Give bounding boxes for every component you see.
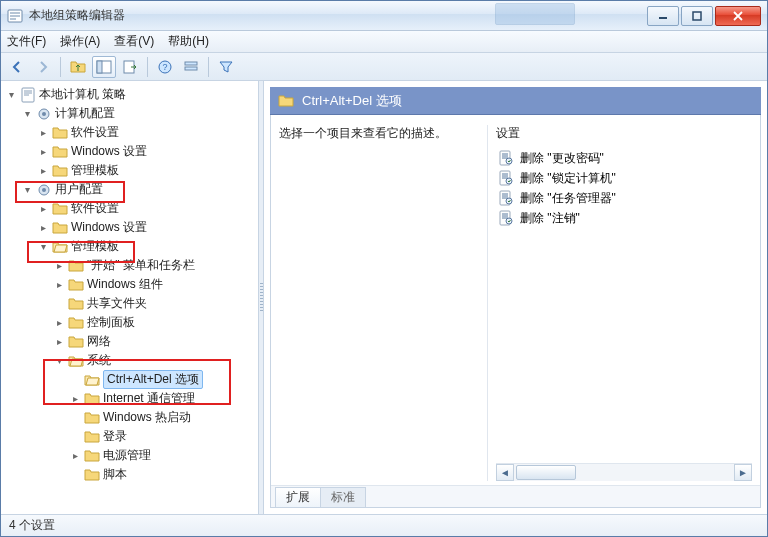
maximize-button[interactable] <box>681 6 713 26</box>
tree-item[interactable]: ▸网络 <box>53 332 258 351</box>
folder-icon <box>84 391 100 407</box>
twisty-open-icon[interactable]: ▾ <box>37 241 49 253</box>
tree-item[interactable]: ▸软件设置 <box>37 199 258 218</box>
toolbar-separator <box>60 57 61 77</box>
twisty-closed-icon[interactable]: ▸ <box>37 203 49 215</box>
policy-item[interactable]: 删除 "更改密码" <box>496 148 752 168</box>
tree-item[interactable]: ▸Windows 热启动 <box>69 408 258 427</box>
twisty-closed-icon[interactable]: ▸ <box>37 222 49 234</box>
policy-item[interactable]: 删除 "锁定计算机" <box>496 168 752 188</box>
policy-item-label: 删除 "更改密码" <box>520 150 604 167</box>
twisty-open-icon[interactable]: ▾ <box>5 89 17 101</box>
app-icon <box>7 8 23 24</box>
twisty-closed-icon[interactable]: ▸ <box>53 279 65 291</box>
up-button[interactable] <box>66 56 90 78</box>
folder-open-icon <box>52 239 68 255</box>
tree-user-config[interactable]: ▾ 用户配置 <box>21 180 258 199</box>
twisty-closed-icon[interactable]: ▸ <box>37 165 49 177</box>
settings-header: 设置 <box>496 125 752 142</box>
folder-icon <box>68 315 84 331</box>
export-button[interactable] <box>118 56 142 78</box>
tree-computer-config[interactable]: ▾ 计算机配置 <box>21 104 258 123</box>
tree-item[interactable]: ▸管理模板 <box>37 161 258 180</box>
svg-rect-12 <box>185 62 197 65</box>
help-button[interactable]: ? <box>153 56 177 78</box>
node-label: 脚本 <box>103 466 127 483</box>
toolbar-separator <box>147 57 148 77</box>
twisty-closed-icon[interactable]: ▸ <box>69 450 81 462</box>
ghost-shadow <box>495 3 575 25</box>
close-button[interactable] <box>715 6 761 26</box>
tree-item[interactable]: ▸Windows 组件 <box>53 275 258 294</box>
tree-ctrl-alt-del[interactable]: ▸Ctrl+Alt+Del 选项 <box>69 370 258 389</box>
tree-item[interactable]: ▸软件设置 <box>37 123 258 142</box>
policy-list[interactable]: 删除 "更改密码" 删除 "锁定计算机" 删除 "任务管理器" 删除 "注销" <box>496 148 752 463</box>
description-column: 选择一个项目来查看它的描述。 <box>279 125 479 481</box>
node-label: 软件设置 <box>71 124 119 141</box>
policy-item[interactable]: 删除 "任务管理器" <box>496 188 752 208</box>
tab-standard[interactable]: 标准 <box>320 487 366 507</box>
twisty-closed-icon[interactable]: ▸ <box>53 260 65 272</box>
menubar: 文件(F) 操作(A) 查看(V) 帮助(H) <box>1 31 767 53</box>
tree-admin-templates[interactable]: ▾ 管理模板 <box>37 237 258 256</box>
tab-extended[interactable]: 扩展 <box>275 487 321 507</box>
tree-item[interactable]: ▸Internet 通信管理 <box>69 389 258 408</box>
menu-help[interactable]: 帮助(H) <box>168 33 209 50</box>
twisty-closed-icon[interactable]: ▸ <box>69 393 81 405</box>
twisty-closed-icon[interactable]: ▸ <box>53 336 65 348</box>
gear-icon <box>36 182 52 198</box>
node-label: 登录 <box>103 428 127 445</box>
svg-text:?: ? <box>162 62 167 72</box>
status-text: 4 个设置 <box>9 517 55 534</box>
content-columns: 选择一个项目来查看它的描述。 设置 删除 "更改密码" 删除 "锁定计算机" 删… <box>271 115 760 485</box>
svg-rect-13 <box>185 67 197 70</box>
window-buttons <box>645 6 761 26</box>
scroll-right-button[interactable]: ► <box>734 464 752 481</box>
policy-icon <box>498 210 514 226</box>
tree-system[interactable]: ▾ 系统 <box>53 351 258 370</box>
folder-icon <box>84 410 100 426</box>
tree-item[interactable]: ▸共享文件夹 <box>53 294 258 313</box>
toolbar-separator <box>208 57 209 77</box>
content-header: Ctrl+Alt+Del 选项 <box>270 87 761 115</box>
twisty-closed-icon[interactable]: ▸ <box>37 127 49 139</box>
folder-open-icon <box>68 353 84 369</box>
filter-options-button[interactable] <box>179 56 203 78</box>
minimize-button[interactable] <box>647 6 679 26</box>
show-hide-tree-button[interactable] <box>92 56 116 78</box>
tree-item[interactable]: ▸脚本 <box>69 465 258 484</box>
scroll-left-button[interactable]: ◄ <box>496 464 514 481</box>
twisty-open-icon[interactable]: ▾ <box>21 108 33 120</box>
titlebar: 本地组策略编辑器 <box>1 1 767 31</box>
tree-item[interactable]: ▸电源管理 <box>69 446 258 465</box>
menu-action[interactable]: 操作(A) <box>60 33 100 50</box>
back-button[interactable] <box>5 56 29 78</box>
tree-item[interactable]: ▸登录 <box>69 427 258 446</box>
horizontal-scrollbar[interactable]: ◄ ► <box>496 463 752 481</box>
forward-button[interactable] <box>31 56 55 78</box>
svg-rect-6 <box>693 12 701 20</box>
menu-file[interactable]: 文件(F) <box>7 33 46 50</box>
tree-item[interactable]: ▸控制面板 <box>53 313 258 332</box>
tree-item[interactable]: ▸Windows 设置 <box>37 218 258 237</box>
node-label: 网络 <box>87 333 111 350</box>
tree-scroll[interactable]: ▾ 本地计算机 策略 ▾ 计算机配置 <box>1 81 258 514</box>
content-header-title: Ctrl+Alt+Del 选项 <box>302 92 402 110</box>
twisty-closed-icon[interactable]: ▸ <box>53 317 65 329</box>
filter-button[interactable] <box>214 56 238 78</box>
tree-root-label: 本地计算机 策略 <box>39 86 126 103</box>
twisty-closed-icon[interactable]: ▸ <box>37 146 49 158</box>
node-label: Windows 设置 <box>71 219 147 236</box>
twisty-open-icon[interactable]: ▾ <box>21 184 33 196</box>
policy-icon <box>498 190 514 206</box>
menu-view[interactable]: 查看(V) <box>114 33 154 50</box>
tree-root[interactable]: ▾ 本地计算机 策略 <box>5 85 258 104</box>
tree-item[interactable]: ▸Windows 设置 <box>37 142 258 161</box>
statusbar: 4 个设置 <box>1 514 767 536</box>
policy-item[interactable]: 删除 "注销" <box>496 208 752 228</box>
splitter[interactable] <box>259 81 264 514</box>
scroll-thumb[interactable] <box>516 465 576 480</box>
twisty-open-icon[interactable]: ▾ <box>53 355 65 367</box>
tree-item[interactable]: ▸"开始" 菜单和任务栏 <box>53 256 258 275</box>
policy-tree: ▾ 本地计算机 策略 ▾ 计算机配置 <box>5 85 258 484</box>
